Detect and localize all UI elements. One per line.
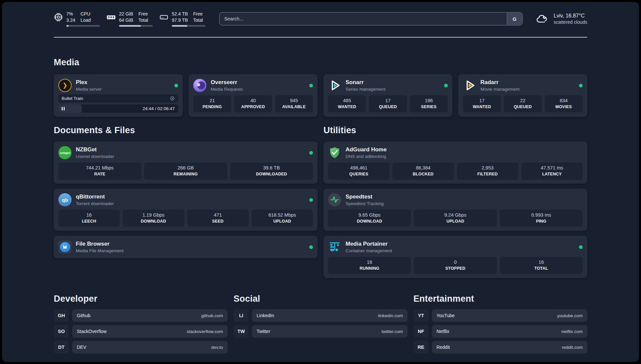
bookmark-dev[interactable]: DT DEVdev.to	[54, 341, 228, 353]
app-subtitle: Series management	[346, 86, 385, 92]
app-subtitle: Media Requests	[211, 86, 243, 92]
search-engine-button[interactable]: G	[507, 13, 522, 25]
ram-free-label: Free	[138, 11, 148, 17]
stat-tile: 618.52 MbpsUPLOAD	[252, 210, 313, 227]
app-card-sonarr[interactable]: Sonarr Series management 485WANTED 17QUE…	[323, 74, 452, 117]
sonarr-icon	[328, 79, 341, 92]
pause-icon	[62, 107, 65, 110]
bookmark-reddit[interactable]: RE Redditreddit.com	[413, 341, 587, 353]
app-subtitle: Movie management	[480, 86, 520, 92]
dashboard: 7% 3.24 CPU Load 22 GiB	[2, 2, 639, 362]
nzbget-icon: nzbget	[58, 146, 72, 159]
app-card-filebrowser[interactable]: File Browser Media File Management	[54, 236, 318, 258]
cpu-icon	[54, 13, 63, 22]
bookmark-abbr: LI	[233, 309, 249, 322]
ram-total-label: Total	[138, 17, 148, 23]
stat-tile: 9.24 GbpsUPLOAD	[414, 210, 497, 227]
playback-time: 24:44 / 02:06:47	[142, 106, 178, 111]
app-subtitle: Media server	[76, 86, 102, 92]
cpu-progress-bar	[66, 25, 100, 27]
bookmark-github[interactable]: GH Githubgithub.com	[54, 309, 228, 322]
bookmark-group-entertainment: Entertainment YT YouTubeyoutube.com NF N…	[413, 294, 587, 353]
app-subtitle: Usenet downloader	[76, 154, 114, 159]
stat-tile: 945AVAILABLE	[275, 95, 313, 112]
app-title: Radarr	[480, 79, 520, 86]
app-title: Media Portainer	[346, 241, 392, 247]
app-subtitle: Media File Management	[76, 248, 124, 254]
stat-tile: 9.65 GbpsDOWNLOAD	[328, 210, 411, 227]
bookmark-url: twitter.com	[382, 329, 403, 334]
status-indicator-online	[579, 245, 583, 249]
status-indicator-online	[309, 84, 313, 87]
playback-progress-bar[interactable]: 24:44 / 02:06:47	[58, 105, 178, 113]
bookmark-abbr: GH	[54, 309, 69, 322]
app-title: Plex	[76, 79, 102, 86]
app-title: AdGuard Home	[346, 146, 387, 153]
app-title: Overseerr	[211, 79, 243, 86]
stat-tile: 0.993 msPING	[500, 210, 583, 227]
disk-icon	[159, 13, 168, 22]
app-card-nzbget[interactable]: nzbget NZBGet Usenet downloader 744.21 M…	[54, 141, 318, 184]
bookmark-url: reddit.com	[562, 345, 583, 350]
stat-tile: 40APPROVED	[234, 95, 272, 112]
app-card-adguard[interactable]: AdGuard Home DNS and adblocking 498,461Q…	[323, 141, 587, 184]
bookmark-url: netflix.com	[561, 329, 583, 334]
stat-tile: 47.571 msLATENCY	[521, 163, 583, 180]
bookmark-url: dev.to	[211, 345, 223, 350]
stat-tile: 17WANTED	[463, 95, 501, 112]
portainer-icon	[328, 240, 341, 254]
bookmark-group-social: Social LI LinkedInlinkedin.com TW Twitte…	[233, 294, 407, 338]
bookmark-twitter[interactable]: TW Twittertwitter.com	[233, 325, 407, 338]
bookmark-name: DEV	[77, 345, 86, 350]
section-documents: Documents & Files nzbget NZBGet Usenet d…	[54, 125, 318, 258]
section-title-entertainment: Entertainment	[413, 294, 587, 304]
disk-widget: 52.4 TB 97.9 TB Free Total	[159, 11, 205, 27]
app-card-speedtest[interactable]: Speedtest Speedtest Tracking 9.65 GbpsDO…	[323, 189, 587, 231]
cpu-usage-label: CPU	[80, 11, 91, 17]
app-card-portainer[interactable]: Media Portainer Container management 16R…	[323, 236, 587, 278]
search-bar: G	[219, 12, 523, 25]
status-indicator-online	[444, 84, 448, 87]
weather-location-temp: Lviv, 16.87°C	[554, 13, 587, 19]
session-device-icon	[170, 96, 175, 101]
section-title-media: Media	[54, 57, 587, 68]
bookmark-abbr: TW	[233, 325, 249, 338]
bookmark-url: stackoverflow.com	[187, 329, 223, 334]
bookmark-youtube[interactable]: YT YouTubeyoutube.com	[413, 309, 587, 322]
overseerr-icon	[193, 79, 206, 92]
app-card-plex[interactable]: ❯ Plex Media server Bullet Train	[54, 74, 183, 117]
search-input[interactable]	[220, 13, 522, 25]
bookmark-linkedin[interactable]: LI LinkedInlinkedin.com	[233, 309, 407, 322]
bookmark-stackoverflow[interactable]: SO StackOverflowstackoverflow.com	[54, 325, 228, 338]
media-grid: ❯ Plex Media server Bullet Train	[54, 74, 587, 117]
bookmark-name: Twitter	[257, 329, 270, 334]
status-indicator-online	[174, 84, 178, 87]
disk-free-label: Free	[193, 11, 203, 17]
stat-tile: 22QUEUED	[504, 95, 542, 112]
stat-tile: 196SERIES	[410, 95, 448, 112]
adguard-icon	[328, 146, 341, 159]
stat-tile: 86,384BLOCKED	[392, 163, 454, 180]
stat-tile: 498,461QUERIES	[328, 163, 389, 180]
radarr-icon	[463, 79, 476, 92]
stat-tile: 16RUNNING	[328, 257, 411, 274]
app-card-overseerr[interactable]: Overseerr Media Requests 21PENDING 40APP…	[189, 74, 318, 117]
bookmark-name: Reddit	[437, 345, 450, 350]
ram-progress-bar	[119, 25, 153, 27]
app-title: NZBGet	[76, 146, 114, 153]
app-card-radarr[interactable]: Radarr Movie management 17WANTED 22QUEUE…	[458, 74, 587, 117]
qbittorrent-icon-text: qb	[62, 197, 68, 203]
bookmark-netflix[interactable]: NF Netflixnetflix.com	[413, 325, 587, 338]
cpu-usage-value: 7%	[66, 11, 75, 17]
section-title-utilities: Utilities	[323, 125, 587, 136]
bookmark-abbr: NF	[413, 325, 429, 338]
bookmark-name: LinkedIn	[257, 313, 274, 318]
top-bar: 7% 3.24 CPU Load 22 GiB	[54, 9, 587, 28]
cloud-icon	[534, 12, 550, 25]
stat-tile: 21PENDING	[193, 95, 231, 112]
status-indicator-online	[309, 151, 313, 155]
section-utilities: Utilities AdGuard Home	[323, 125, 587, 278]
app-card-qbittorrent[interactable]: qb qBittorrent Torrent downloader 16LEEC…	[54, 189, 318, 231]
app-title: File Browser	[76, 241, 124, 247]
bookmark-abbr: YT	[413, 309, 429, 322]
